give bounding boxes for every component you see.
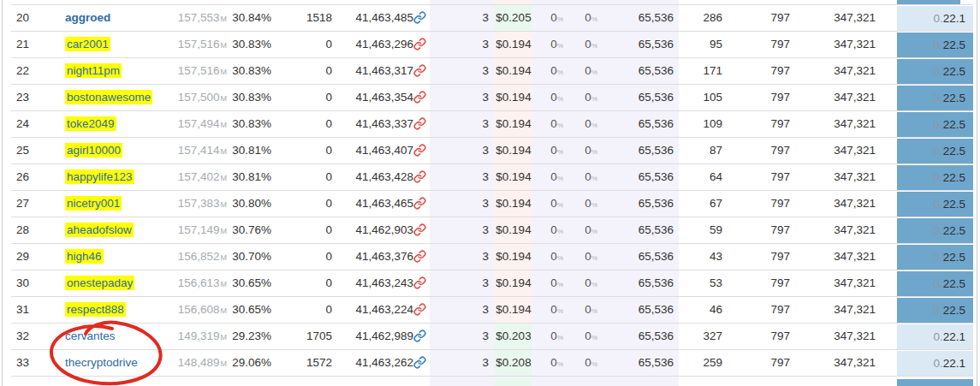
last-block-cell: 41,463,428: [340, 164, 413, 190]
username-link[interactable]: nicetry001: [65, 196, 122, 211]
missed-blocks-cell: 0: [276, 164, 332, 190]
count-cell: 59: [679, 217, 722, 243]
witness-table-page: 20 aggroed 157,553M 30.84% 1518 41,463,4…: [0, 0, 980, 386]
votes-unit: M: [221, 68, 228, 76]
votes-cell: 157,516M: [148, 58, 227, 84]
apr-cell-2: 0%: [574, 191, 597, 217]
link-icon[interactable]: [412, 297, 427, 323]
last-block-cell: 41,463,354: [340, 85, 413, 110]
col-c-cell: 347,321: [816, 164, 876, 190]
table-row: 20 aggroed 157,553M 30.84% 1518 41,463,4…: [11, 4, 973, 32]
percent-sign: %: [591, 201, 597, 209]
col-c-cell: 347,321: [816, 350, 876, 376]
col-c-cell: 347,321: [816, 5, 876, 31]
price-feed-cell: $0.205: [495, 5, 532, 31]
partial-row-below-version-fragment: [897, 379, 973, 386]
username-link[interactable]: onestepaday: [65, 276, 134, 290]
table-row: 33 thecryptodrive 148,489M 29.06% 1572 4…: [11, 349, 973, 377]
votes-unit: M: [221, 200, 228, 209]
vote-percent-cell: 30.83%: [229, 111, 271, 137]
last-block-cell: 41,462,903: [340, 217, 413, 243]
apr-cell-2: 0%: [574, 58, 597, 84]
link-icon[interactable]: [412, 85, 427, 110]
username-link[interactable]: toke2049: [65, 116, 116, 131]
username-link[interactable]: agirl10000: [65, 143, 122, 157]
votes-value: 157,383: [178, 197, 220, 210]
link-icon[interactable]: [412, 350, 427, 376]
apr-cell-2: 0%: [574, 350, 597, 376]
link-icon[interactable]: [412, 164, 427, 190]
price-feed-cell: $0.194: [495, 217, 532, 243]
rank-cell: 33: [11, 350, 29, 376]
fee-cell: 3: [472, 138, 489, 163]
link-icon[interactable]: [412, 111, 427, 137]
version-value: 22.5: [943, 39, 965, 51]
apr-cell-2: 0%: [574, 270, 597, 296]
username-link[interactable]: thecryptodrive: [65, 356, 138, 369]
apr-cell-2: 0%: [574, 164, 597, 190]
apr-value-1: 0: [550, 117, 557, 130]
rank-cell: 29: [11, 244, 29, 270]
version-cell: 0.22.5: [897, 298, 973, 323]
rank-cell: 20: [11, 5, 29, 31]
price-feed-cell: $0.208: [495, 350, 532, 376]
username-link[interactable]: car2001: [65, 37, 110, 51]
block-size-cell: 65,536: [622, 164, 674, 190]
percent-sign: %: [557, 360, 563, 368]
apr-cell-2: 0%: [574, 244, 597, 270]
votes-cell: 157,149M: [148, 217, 227, 243]
link-icon[interactable]: [412, 58, 427, 84]
link-icon[interactable]: [412, 244, 427, 270]
percent-sign: %: [557, 201, 563, 209]
price-feed-cell: $0.194: [495, 85, 532, 110]
table-row: 32 cervantes 149,319M 29.23% 1705 41,462…: [11, 323, 973, 350]
votes-value: 157,494: [178, 117, 220, 130]
col-b-cell: 797: [747, 244, 790, 270]
link-icon[interactable]: [412, 270, 427, 296]
votes-cell: 157,500M: [148, 85, 227, 110]
votes-value: 156,613: [178, 276, 220, 289]
vote-percent-cell: 30.83%: [229, 32, 271, 57]
username-link[interactable]: high46: [65, 249, 104, 264]
username-link[interactable]: aggroed: [65, 11, 110, 24]
percent-sign: %: [591, 360, 597, 368]
apr-value-1: 0: [550, 38, 557, 50]
version-cell: 0.22.5: [897, 86, 973, 110]
votes-value: 156,852: [178, 250, 220, 263]
username-link[interactable]: cervantes: [65, 330, 116, 342]
count-cell: 64: [679, 164, 722, 190]
link-icon[interactable]: [412, 138, 427, 163]
count-cell: 105: [679, 85, 722, 110]
rank-cell: 24: [11, 111, 29, 137]
username-link[interactable]: bostonawesome: [65, 90, 152, 104]
col-b-cell: 797: [747, 58, 790, 84]
version-value: 22.5: [943, 118, 965, 131]
apr-value-2: 0: [585, 11, 591, 24]
link-icon[interactable]: [412, 32, 427, 57]
fee-cell: 3: [472, 350, 489, 376]
block-size-cell: 65,536: [622, 297, 674, 323]
apr-value-2: 0: [585, 91, 591, 104]
link-icon[interactable]: [412, 5, 427, 31]
col-b-cell: 797: [747, 138, 790, 163]
rank-cell: 27: [11, 191, 29, 217]
username-link[interactable]: happylife123: [65, 169, 134, 184]
percent-sign: %: [557, 254, 563, 262]
link-icon[interactable]: [412, 217, 427, 243]
table-row: 27 nicetry001 157,383M 30.80% 0 41,463,4…: [11, 190, 973, 217]
votes-cell: 156,613M: [148, 270, 227, 296]
link-icon[interactable]: [412, 324, 427, 349]
col-c-cell: 347,321: [816, 138, 876, 163]
apr-cell-1: 0%: [540, 58, 563, 84]
votes-cell: 156,608M: [148, 297, 227, 323]
username-link[interactable]: night11pm: [65, 63, 122, 78]
last-block-cell: 41,463,262: [340, 350, 413, 376]
last-block-cell: 41,463,337: [340, 111, 413, 137]
count-cell: 53: [679, 270, 722, 296]
link-icon[interactable]: [412, 191, 427, 217]
apr-value-2: 0: [585, 276, 591, 289]
fee-cell: 3: [472, 32, 489, 57]
col-b-cell: 797: [747, 5, 790, 31]
username-link[interactable]: respect888: [65, 302, 126, 317]
username-link[interactable]: aheadofslow: [65, 223, 134, 237]
